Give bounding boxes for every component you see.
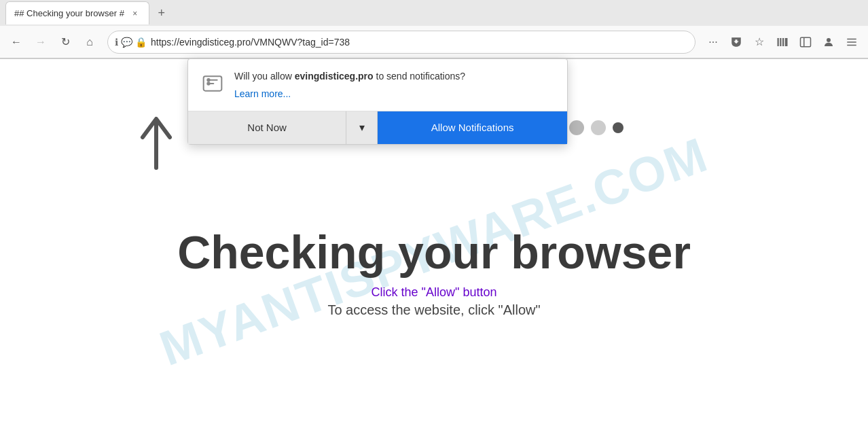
svg-rect-1 [780, 38, 781, 46]
learn-more-link[interactable]: Learn more... [234, 88, 291, 99]
library-button[interactable] [772, 31, 793, 53]
arrow-up-icon [136, 113, 177, 175]
navigation-bar: ← → ↻ ⌂ ℹ 💬 🔒 https://evingdisticeg.pro/… [0, 26, 868, 58]
nav-right-icons: ··· ☆ [702, 31, 863, 53]
popup-message-suffix: to send notifications? [374, 71, 465, 82]
svg-rect-7 [847, 38, 856, 39]
address-bar-icons: ℹ 💬 🔒 [115, 37, 147, 48]
notification-popup: Will you allow evingdisticeg.pro to send… [187, 58, 568, 145]
back-button[interactable]: ← [5, 31, 27, 53]
tab-close-button[interactable]: × [130, 8, 141, 19]
url-text: https://evingdisticeg.pro/VMNQWV?tag_id=… [151, 37, 688, 48]
more-button[interactable]: ··· [702, 31, 724, 53]
pocket-button[interactable] [725, 31, 747, 53]
menu-button[interactable] [841, 31, 863, 53]
dropdown-button[interactable]: ▾ [346, 111, 378, 144]
popup-actions: Not Now ▾ Allow Notifications [188, 111, 567, 144]
profile-button[interactable] [818, 31, 839, 53]
info-icon: ℹ [115, 37, 118, 48]
not-now-button[interactable]: Not Now [188, 111, 346, 144]
arrow-container [136, 113, 177, 177]
forward-button[interactable]: → [30, 31, 52, 53]
svg-rect-2 [782, 38, 784, 46]
instruction-click: Click the "Allow" button [372, 285, 497, 300]
loading-dots [569, 120, 623, 135]
address-bar[interactable]: ℹ 💬 🔒 https://evingdisticeg.pro/VMNQWV?t… [107, 31, 695, 54]
lock-icon: 🔒 [135, 37, 147, 48]
svg-rect-9 [847, 44, 856, 46]
popup-message-prefix: Will you allow [234, 71, 295, 82]
svg-rect-3 [785, 38, 788, 46]
svg-rect-0 [778, 38, 779, 46]
chat-icon: 💬 [121, 37, 132, 48]
main-heading: Checking your browser [177, 226, 691, 279]
reload-button[interactable]: ↻ [54, 31, 76, 53]
svg-rect-4 [801, 37, 811, 47]
bookmark-button[interactable]: ☆ [748, 31, 770, 53]
new-tab-button[interactable]: + [152, 3, 171, 22]
active-tab[interactable]: ## Checking your browser # × [5, 1, 149, 24]
dot-3 [613, 122, 623, 133]
tab-bar: ## Checking your browser # × + [0, 0, 868, 26]
popup-message: Will you allow evingdisticeg.pro to send… [234, 70, 556, 84]
allow-notifications-button[interactable]: Allow Notifications [378, 111, 567, 144]
tab-title: ## Checking your browser # [14, 8, 124, 18]
svg-point-12 [206, 82, 210, 85]
popup-domain: evingdisticeg.pro [295, 71, 374, 82]
browser-chrome: ## Checking your browser # × + ← → ↻ ⌂ ℹ… [0, 0, 868, 59]
popup-content: Will you allow evingdisticeg.pro to send… [234, 70, 556, 100]
dot-2 [591, 120, 606, 135]
notification-bell-icon [199, 70, 226, 97]
popup-body: Will you allow evingdisticeg.pro to send… [188, 59, 567, 111]
svg-point-11 [206, 78, 210, 82]
dot-1 [569, 120, 584, 135]
svg-point-6 [827, 38, 831, 42]
home-button[interactable]: ⌂ [79, 31, 101, 53]
svg-rect-8 [847, 41, 856, 43]
instruction-access: To access the website, click "Allow" [327, 302, 540, 318]
sidebar-button[interactable] [795, 31, 816, 53]
